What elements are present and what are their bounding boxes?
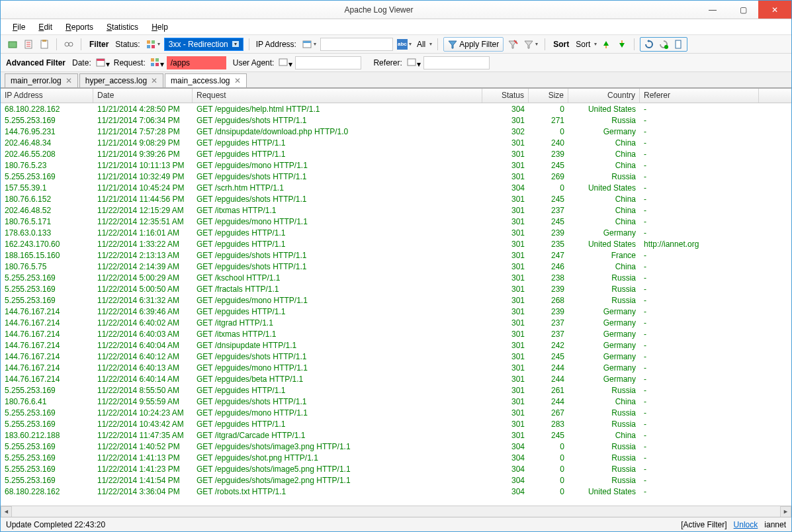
clear-filter-icon[interactable]: [506, 38, 519, 51]
table-row[interactable]: 144.76.167.21411/22/2014 6:40:13 AMGET /…: [1, 362, 791, 373]
refresh-icon[interactable]: [642, 38, 656, 51]
file-tab[interactable]: main_error.log✕: [5, 73, 78, 87]
cell: Germany: [568, 318, 640, 328]
table-row[interactable]: 180.76.5.17111/22/2014 12:35:51 AMGET /e…: [1, 216, 791, 227]
adv-request-dd[interactable]: ▾: [150, 57, 164, 69]
adv-request-value[interactable]: /apps: [167, 56, 226, 69]
table-row[interactable]: 5.255.253.16911/22/2014 1:41:13 PMGET /e…: [1, 452, 791, 463]
close-button[interactable]: ✕: [758, 1, 791, 19]
col-request[interactable]: Request: [193, 89, 482, 103]
table-row[interactable]: 5.255.253.16911/22/2014 6:31:32 AMGET /e…: [1, 294, 791, 306]
table-row[interactable]: 144.76.167.21411/22/2014 6:40:03 AMGET /…: [1, 328, 791, 339]
status-filter-select[interactable]: 3xx - Redirection ▾: [164, 38, 243, 51]
col-size[interactable]: Size: [529, 89, 568, 103]
table-row[interactable]: 144.76.167.21411/22/2014 6:39:46 AMGET /…: [1, 306, 791, 317]
table-row[interactable]: 202.46.48.3411/21/2014 9:08:29 PMGET /ep…: [1, 137, 791, 148]
sort-value[interactable]: Sort: [574, 40, 592, 49]
table-row[interactable]: 144.76.95.23111/21/2014 7:57:28 PMGET /d…: [1, 126, 791, 137]
tab-close-icon[interactable]: ✕: [151, 76, 157, 85]
cell: 301: [482, 330, 529, 339]
adv-ua-input[interactable]: [295, 56, 361, 69]
adv-ua-dd[interactable]: ▾: [278, 57, 292, 69]
cell: 301: [482, 363, 529, 373]
table-row[interactable]: 144.76.167.21411/22/2014 6:40:14 AMGET /…: [1, 373, 791, 384]
cell: GET /epguides HTTP/1.1: [193, 150, 482, 159]
maximize-button[interactable]: ▢: [728, 1, 758, 19]
adv-referer-input[interactable]: [423, 56, 490, 69]
tab-close-icon[interactable]: ✕: [234, 76, 241, 85]
cell: 301: [482, 296, 529, 305]
cell: 180.76.6.152: [1, 195, 93, 204]
open-log-icon[interactable]: [6, 38, 19, 51]
col-referer[interactable]: Referer: [640, 89, 759, 103]
table-row[interactable]: 5.255.253.16911/22/2014 8:55:50 AMGET /e…: [1, 384, 791, 396]
table-row[interactable]: 5.255.253.16911/22/2014 1:41:54 PMGET /e…: [1, 474, 791, 486]
menu-file[interactable]: File: [7, 21, 30, 33]
table-row[interactable]: 157.55.39.111/21/2014 10:45:24 PMGET /sc…: [1, 182, 791, 193]
table-row[interactable]: 5.255.253.16911/22/2014 10:43:42 AMGET /…: [1, 418, 791, 429]
cell: 244: [529, 397, 568, 406]
file-tab[interactable]: hyper_access.log✕: [79, 73, 163, 87]
cell: 301: [482, 307, 529, 316]
scroll-right-icon[interactable]: ►: [780, 506, 791, 517]
table-row[interactable]: 5.255.253.16911/22/2014 5:00:50 AMGET /f…: [1, 283, 791, 294]
table-row[interactable]: 68.180.228.16211/22/2014 3:36:04 PMGET /…: [1, 486, 791, 497]
table-row[interactable]: 5.255.253.16911/22/2014 5:00:29 AMGET /k…: [1, 272, 791, 283]
table-row[interactable]: 202.46.48.5211/22/2014 12:15:29 AMGET /i…: [1, 204, 791, 216]
cell: 5.255.253.169: [1, 465, 93, 474]
funnel-icon: [448, 40, 457, 49]
page-icon[interactable]: [672, 38, 685, 51]
col-country[interactable]: Country: [568, 89, 640, 103]
table-row[interactable]: 5.255.253.16911/21/2014 7:06:34 PMGET /e…: [1, 114, 791, 126]
ip-picker-dd[interactable]: abc▾: [396, 38, 413, 51]
sort-asc-icon[interactable]: [599, 38, 613, 51]
table-row[interactable]: 180.76.6.15211/21/2014 11:44:56 PMGET /e…: [1, 193, 791, 204]
sort-desc-icon[interactable]: [615, 38, 629, 51]
horizontal-scrollbar[interactable]: ◄ ►: [1, 506, 791, 517]
file-tab[interactable]: main_access.log✕: [165, 73, 246, 87]
table-row[interactable]: 5.255.253.16911/22/2014 10:24:23 AMGET /…: [1, 407, 791, 418]
cell: 202.46.48.52: [1, 206, 93, 215]
filter-more-dd[interactable]: ▾: [522, 38, 539, 51]
menu-reports[interactable]: Reports: [60, 21, 99, 33]
toggle-icon[interactable]: [62, 38, 75, 51]
table-row[interactable]: 202.46.55.20811/21/2014 9:39:26 PMGET /e…: [1, 148, 791, 159]
minimize-button[interactable]: —: [697, 1, 728, 19]
table-row[interactable]: 5.255.253.16911/21/2014 10:32:49 PMGET /…: [1, 171, 791, 182]
table-row[interactable]: 180.76.6.4111/22/2014 9:55:59 AMGET /epg…: [1, 396, 791, 407]
table-row[interactable]: 144.76.167.21411/22/2014 6:40:02 AMGET /…: [1, 317, 791, 328]
table-row[interactable]: 188.165.15.16011/22/2014 2:13:13 AMGET /…: [1, 249, 791, 261]
col-date[interactable]: Date: [93, 89, 193, 103]
menu-statistics[interactable]: Statistics: [101, 21, 144, 33]
cell: Russia: [568, 273, 640, 283]
table-row[interactable]: 183.60.212.18811/22/2014 11:47:35 AMGET …: [1, 429, 791, 441]
table-row[interactable]: 68.180.228.16211/21/2014 4:28:50 PMGET /…: [1, 103, 791, 114]
tab-close-icon[interactable]: ✕: [66, 76, 72, 85]
scroll-left-icon[interactable]: ◄: [1, 506, 12, 517]
table-row[interactable]: 180.76.5.2311/21/2014 10:11:13 PMGET /ep…: [1, 159, 791, 171]
col-status[interactable]: Status: [482, 89, 529, 103]
clipboard-icon[interactable]: [38, 38, 51, 51]
table-row[interactable]: 162.243.170.6011/22/2014 1:33:22 AMGET /…: [1, 238, 791, 249]
menu-edit[interactable]: Edit: [33, 21, 58, 33]
menu-help[interactable]: Help: [146, 21, 173, 33]
adv-referer-dd[interactable]: ▾: [406, 57, 421, 69]
col-ip[interactable]: IP Address: [1, 89, 93, 103]
cell: 283: [529, 420, 568, 429]
ip-icon-dd[interactable]: ▾: [300, 38, 318, 51]
cell: 301: [482, 420, 529, 429]
ip-filter-input[interactable]: [320, 38, 393, 51]
status-icon-dd[interactable]: ▾: [144, 38, 161, 51]
refresh-all-icon[interactable]: [657, 38, 670, 51]
adv-date-dd[interactable]: ▾: [95, 57, 110, 69]
table-row[interactable]: 5.255.253.16911/22/2014 1:40:52 PMGET /e…: [1, 441, 791, 452]
grid-body[interactable]: 68.180.228.16211/21/2014 4:28:50 PMGET /…: [1, 103, 791, 506]
export-icon[interactable]: [22, 38, 35, 51]
table-row[interactable]: 178.63.0.13311/22/2014 1:16:01 AMGET /ep…: [1, 227, 791, 238]
table-row[interactable]: 144.76.167.21411/22/2014 6:40:12 AMGET /…: [1, 351, 791, 362]
table-row[interactable]: 5.255.253.16911/22/2014 1:41:23 PMGET /e…: [1, 463, 791, 474]
table-row[interactable]: 144.76.167.21411/22/2014 6:40:04 AMGET /…: [1, 339, 791, 351]
apply-filter-button[interactable]: Apply Filter: [443, 37, 504, 52]
unlock-link[interactable]: Unlock: [734, 520, 758, 529]
table-row[interactable]: 180.76.5.7511/22/2014 2:14:39 AMGET /epg…: [1, 261, 791, 272]
